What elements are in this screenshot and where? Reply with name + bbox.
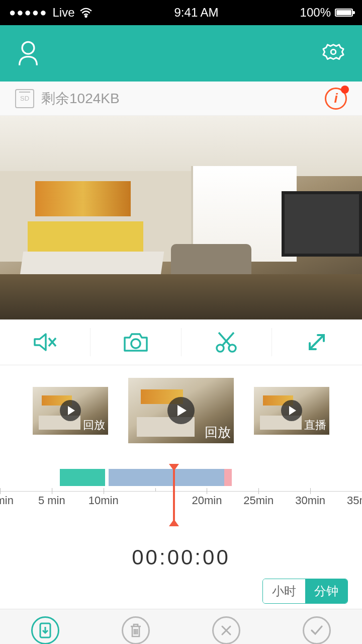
svg-point-0 [85,16,87,17]
bottom-actions: 下载 删除 取消 全选 [0,609,362,644]
unit-hour-button[interactable]: 小时 [263,579,305,603]
camera-icon [123,332,149,353]
svg-line-10 [310,335,324,349]
snapshot-button[interactable] [90,328,181,356]
timeline-segment[interactable] [224,469,231,486]
video-feed[interactable] [0,116,362,319]
close-icon [212,616,240,645]
storage-label: 剩余1024KB [41,89,120,108]
scissors-icon [215,331,238,354]
wifi-icon [79,8,93,18]
notification-dot-icon [341,86,349,94]
delete-button[interactable]: 删除 [90,609,181,644]
download-button[interactable]: 下载 [0,609,90,644]
timeline[interactable]: 0 min5 min10min20min25min30min35min [0,465,362,540]
app-header [0,25,362,82]
mute-button[interactable] [0,328,90,356]
thumb-playback-2[interactable]: 回放 [128,378,234,443]
check-icon [303,616,331,645]
play-icon [60,400,81,421]
clip-thumbnails: 回放 回放 直播 [0,365,362,456]
play-icon [281,400,302,421]
timeline-tick: 30min [295,494,325,507]
expand-icon [306,331,328,353]
svg-point-5 [131,339,140,348]
thumb-live[interactable]: 直播 [254,387,329,435]
battery-icon [335,9,353,17]
select-all-button[interactable]: 全选 [272,609,362,644]
thumb-tag: 回放 [83,418,105,433]
trash-icon [122,616,150,645]
profile-icon[interactable] [17,40,39,66]
fullscreen-button[interactable] [272,328,362,356]
settings-gear-icon[interactable] [322,42,345,65]
storage-bar: SD 剩余1024KB i [0,82,362,116]
unit-minute-button[interactable]: 分钟 [305,579,347,603]
sd-card-icon: SD [15,89,34,108]
thumb-tag: 回放 [205,424,231,441]
playhead-marker[interactable] [173,465,175,525]
battery-pct: 100% [300,6,331,20]
timeline-tick: 20min [192,494,222,507]
play-icon [167,397,195,424]
thumb-tag: 直播 [304,418,326,433]
download-icon [31,616,59,645]
timeline-tick: 10min [88,494,119,507]
timeline-segment[interactable] [60,469,105,486]
svg-point-1 [22,42,34,54]
info-button[interactable]: i [325,88,347,110]
svg-point-2 [331,49,336,54]
carrier-label: Live [52,6,74,20]
unit-toggle: 小时 分钟 [262,579,348,604]
cancel-button[interactable]: 取消 [181,609,272,644]
video-controls [0,319,362,365]
timeline-tick: 5 min [38,494,65,507]
thumb-playback-1[interactable]: 回放 [33,387,108,435]
mute-icon [33,331,58,353]
time-readout: 00:00:00 [0,545,362,570]
clip-button[interactable] [182,328,272,356]
timeline-tick: 35min [347,494,362,507]
timeline-tick: 25min [243,494,274,507]
signal-dots-icon: ●●●●● [9,6,47,19]
timeline-segment[interactable] [109,469,224,486]
clock: 9:41 AM [174,6,219,20]
timeline-tick: 0 min [0,494,14,507]
status-bar: ●●●●● Live 9:41 AM 100% [0,0,362,25]
